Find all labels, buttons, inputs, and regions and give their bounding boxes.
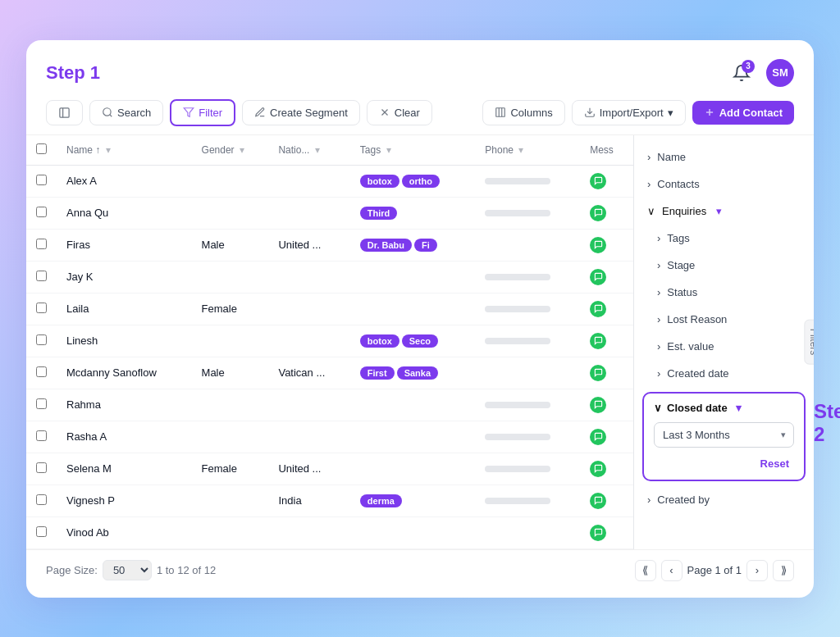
first-page-button[interactable]: ⟪ xyxy=(635,560,656,581)
cell-msg xyxy=(580,229,633,261)
add-contact-label: Add Contact xyxy=(719,107,783,119)
cell-gender xyxy=(192,516,269,548)
msg-dot[interactable] xyxy=(590,397,606,413)
cell-tags: botoxSeco xyxy=(350,325,476,357)
msg-dot[interactable] xyxy=(590,269,606,285)
notifications-button[interactable]: 3 xyxy=(727,58,756,88)
table-row[interactable]: Rasha A xyxy=(26,421,633,453)
table-row[interactable]: Alex A botoxortho xyxy=(26,165,633,197)
cell-nationality xyxy=(268,165,349,197)
row-checkbox[interactable] xyxy=(36,207,47,217)
table-row[interactable]: Laila Female xyxy=(26,293,633,325)
cell-gender xyxy=(192,421,269,453)
row-checkbox[interactable] xyxy=(36,430,47,441)
filter-name-label: Name xyxy=(657,151,686,163)
row-checkbox[interactable] xyxy=(36,526,47,537)
msg-dot[interactable] xyxy=(590,461,606,477)
msg-dot[interactable] xyxy=(590,525,606,541)
table-row[interactable]: Selena M Female United ... xyxy=(26,453,633,485)
search-label: Search xyxy=(117,107,151,119)
import-export-button[interactable]: Import/Export ▾ xyxy=(572,100,686,125)
search-button[interactable]: Search xyxy=(89,100,163,125)
select-all-checkbox[interactable] xyxy=(36,143,47,154)
table-row[interactable]: Rahma xyxy=(26,389,633,421)
columns-button[interactable]: Columns xyxy=(482,100,564,125)
table-row[interactable]: Firas Male United ... Dr. BabuFi xyxy=(26,229,633,261)
cell-name: Anna Qu xyxy=(57,197,192,229)
filter-item-stage[interactable]: › Stage xyxy=(634,252,814,279)
row-checkbox[interactable] xyxy=(36,303,47,313)
cell-msg xyxy=(580,293,633,325)
add-contact-button[interactable]: Add Contact xyxy=(692,101,794,125)
cell-name: Laila xyxy=(57,293,192,325)
filters-tab[interactable]: Filters xyxy=(805,320,814,365)
cell-gender: Male xyxy=(192,229,269,261)
cell-nationality xyxy=(268,325,349,357)
chevron-right-icon-contacts: › xyxy=(647,178,651,190)
filter-item-enquiries[interactable]: ∨ Enquiries ▾ xyxy=(634,198,814,225)
filter-item-tags[interactable]: › Tags xyxy=(634,225,814,252)
row-checkbox[interactable] xyxy=(36,334,47,345)
msg-dot[interactable] xyxy=(590,365,606,381)
row-checkbox[interactable] xyxy=(36,462,47,473)
closed-date-select[interactable]: Last 3 MonthsLast 6 MonthsLast 1 YearCus… xyxy=(654,422,794,448)
chevron-right-icon-lost: › xyxy=(657,313,660,325)
footer: Page Size: 50 25 100 1 to 12 of 12 ⟪ ‹ P… xyxy=(26,549,814,591)
filter-item-name[interactable]: › Name xyxy=(634,143,814,171)
svg-point-1 xyxy=(103,108,111,116)
chevron-right-icon-status: › xyxy=(657,286,660,298)
msg-dot[interactable] xyxy=(590,173,606,189)
header-right: 3 SM xyxy=(727,58,794,88)
chevron-down-icon-enquiries: ∨ xyxy=(647,205,655,217)
row-checkbox[interactable] xyxy=(36,271,47,281)
row-checkbox[interactable] xyxy=(36,398,47,409)
svg-marker-2 xyxy=(184,108,194,117)
clear-button[interactable]: Clear xyxy=(367,100,432,125)
row-checkbox[interactable] xyxy=(36,494,47,505)
filter-item-status[interactable]: › Status xyxy=(634,279,814,306)
col-messages: Mess xyxy=(580,135,633,166)
table-row[interactable]: Vignesh P India derma xyxy=(26,485,633,516)
filter-button[interactable]: Filter xyxy=(170,99,235,126)
reset-button[interactable]: Reset xyxy=(756,456,794,471)
closed-date-header[interactable]: ∨ Closed date ▾ xyxy=(654,402,794,414)
msg-dot[interactable] xyxy=(590,333,606,349)
phone-bar xyxy=(485,210,550,216)
msg-dot[interactable] xyxy=(590,301,606,317)
sidebar-toggle-button[interactable] xyxy=(46,100,83,125)
closed-date-select-wrap: Last 3 MonthsLast 6 MonthsLast 1 YearCus… xyxy=(654,422,794,448)
clear-label: Clear xyxy=(395,107,420,119)
row-checkbox[interactable] xyxy=(36,239,47,249)
closed-date-section: ∨ Closed date ▾ Last 3 MonthsLast 6 Mont… xyxy=(642,392,806,481)
filter-est-value-label: Est. value xyxy=(667,340,714,353)
row-checkbox[interactable] xyxy=(36,175,47,185)
cell-name: Firas xyxy=(57,229,192,261)
page-size-select[interactable]: 50 25 100 xyxy=(103,560,152,580)
table-row[interactable]: Linesh botoxSeco xyxy=(26,325,633,357)
filter-item-lost-reason[interactable]: › Lost Reason xyxy=(634,306,814,333)
table-row[interactable]: Jay K xyxy=(26,261,633,293)
next-page-button[interactable]: › xyxy=(746,560,768,581)
filter-item-contacts[interactable]: › Contacts xyxy=(634,171,814,198)
create-segment-button[interactable]: Create Segment xyxy=(242,100,360,125)
row-checkbox[interactable] xyxy=(36,366,47,377)
table-row[interactable]: Mcdanny Sanoflow Male Vatican ... FirstS… xyxy=(26,357,633,389)
msg-dot[interactable] xyxy=(590,493,606,509)
avatar[interactable]: SM xyxy=(766,59,794,87)
msg-dot[interactable] xyxy=(590,237,606,253)
table-row[interactable]: Vinod Ab xyxy=(26,516,633,548)
filter-panel: › Name › Contacts ∨ Enquiries ▾ › Tags xyxy=(633,135,814,549)
msg-dot[interactable] xyxy=(590,205,606,221)
last-page-button[interactable]: ⟫ xyxy=(773,560,794,581)
filter-status-label: Status xyxy=(667,286,697,298)
table-row[interactable]: Anna Qu Third xyxy=(26,197,633,229)
msg-dot[interactable] xyxy=(590,429,606,445)
filter-item-created-date[interactable]: › Created date xyxy=(634,360,814,387)
content-area: Name ↑ ▾ Gender ▾ Natio... ▾ Tags ▾ Phon… xyxy=(26,135,814,549)
cell-tags: derma xyxy=(350,485,476,516)
prev-page-button[interactable]: ‹ xyxy=(661,560,682,581)
filter-item-created-by[interactable]: › Created by xyxy=(634,486,814,513)
cell-gender xyxy=(192,165,269,197)
cell-nationality: United ... xyxy=(268,453,349,485)
filter-item-est-value[interactable]: › Est. value xyxy=(634,333,814,360)
